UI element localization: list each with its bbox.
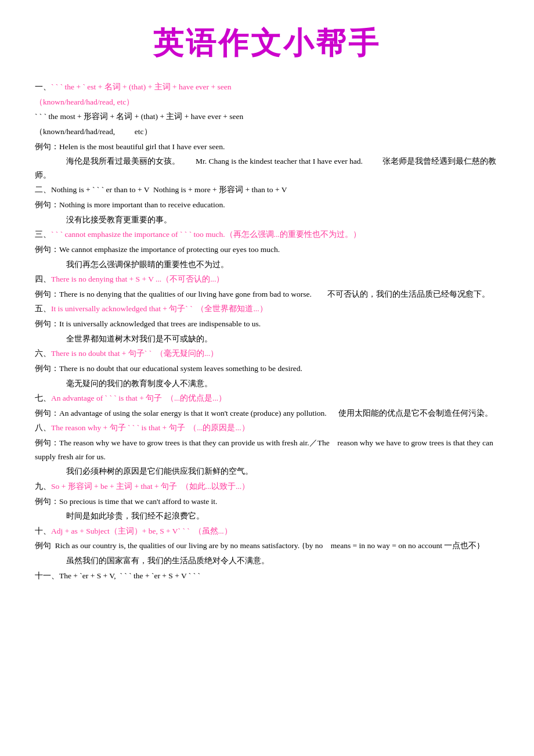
section-11-header: 十一、The + `er + S + V, ` ` ` the + `er + … xyxy=(35,569,499,583)
section-3-example2: 我们再怎么强调保护眼睛的重要性也不为过。 xyxy=(35,258,499,272)
section-2-example2: 没有比接受教育更重要的事。 xyxy=(35,213,499,227)
section-7-header: 七、An advantage of ` ` ` is that + 句子 （..… xyxy=(35,391,499,405)
section-10-example2: 虽然我们的国家富有，我们的生活品质绝对令人不满意。 xyxy=(35,554,499,568)
section-10-header: 十、Adj + as + Subject（主词）+ be, S + V` ` `… xyxy=(35,524,499,538)
section-8-example1: 例句：The reason why we have to grow trees … xyxy=(35,436,499,463)
section-5-example2: 全世界都知道树木对我们是不可或缺的。 xyxy=(35,332,499,346)
section-6-header: 六、There is no doubt that + 句子` ` （毫无疑问的.… xyxy=(35,347,499,361)
section-4-example1: 例句：There is no denying that the qualitie… xyxy=(35,287,499,301)
section-2-header: 二、Nothing is + ` ` ` er than to + V Noth… xyxy=(35,183,499,197)
page-title: 英语作文小帮手 xyxy=(35,23,499,64)
section-9-header: 九、So + 形容词 + be + 主词 + that + 句子 （如此...以… xyxy=(35,480,499,494)
content-area: 一、` ` ` the + ` est + 名词 + (that) + 主词 +… xyxy=(35,80,499,582)
section-3-header: 三、` ` ` cannot emphasize the importance … xyxy=(35,228,499,242)
section-6-example1: 例句：There is no doubt that our educationa… xyxy=(35,362,499,376)
section-1-example2: 海伦是我所看过最美丽的女孩。 Mr. Chang is the kindest … xyxy=(35,154,499,182)
section-9-example2: 时间是如此珍贵，我们经不起浪费它。 xyxy=(35,509,499,523)
section-1-header: 一、` ` ` the + ` est + 名词 + (that) + 主词 +… xyxy=(35,80,499,94)
section-10-example1: 例句 Rich as our country is, the qualities… xyxy=(35,539,499,553)
section-2-example1: 例句：Nothing is more important than to rec… xyxy=(35,198,499,212)
section-4-header: 四、There is no denying that + S + V ...（不… xyxy=(35,272,499,286)
section-1-formula2: ` ` ` the most + 形容词 + 名词 + (that) + 主词 … xyxy=(35,110,499,124)
section-5-example1: 例句：It is universally acknowledged that t… xyxy=(35,317,499,331)
section-6-example2: 毫无疑问的我们的教育制度令人不满意。 xyxy=(35,377,499,391)
section-1-note2: （known/heard/had/read, etc） xyxy=(35,125,499,139)
section-1-note1: （known/heard/had/read, etc） xyxy=(35,95,499,109)
section-5-header: 五、It is universally acknowledged that + … xyxy=(35,302,499,316)
section-1-example1: 例句：Helen is the most beautiful girl that… xyxy=(35,140,499,154)
section-3-example1: 例句：We cannot emphasize the importance of… xyxy=(35,243,499,257)
section-8-header: 八、The reason why + 句子 ` ` ` is that + 句子… xyxy=(35,421,499,435)
section-8-example2: 我们必须种树的原因是它们能供应我们新鲜的空气。 xyxy=(35,465,499,478)
section-9-example1: 例句：So precious is time that we can't aff… xyxy=(35,495,499,509)
section-7-example1: 例句：An advantage of using the solar energ… xyxy=(35,406,499,420)
